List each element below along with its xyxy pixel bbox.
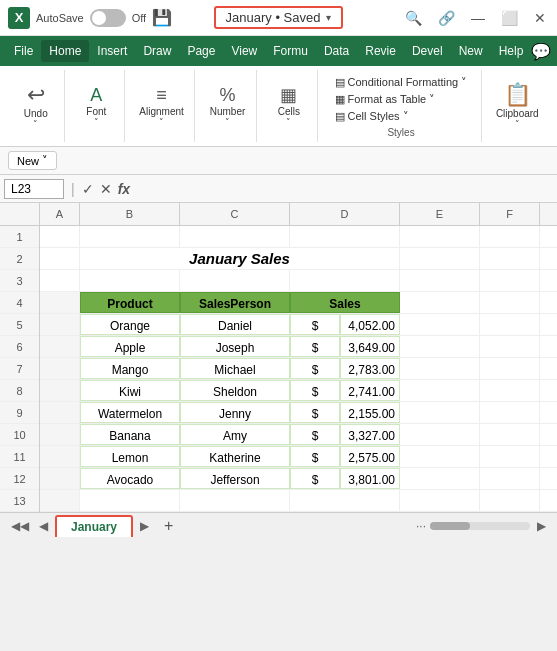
- cell-d1[interactable]: [290, 226, 400, 247]
- scroll-thumb[interactable]: [430, 522, 470, 530]
- menu-file[interactable]: File: [6, 40, 41, 62]
- undo-button[interactable]: ↩ Undo ˅: [14, 81, 58, 132]
- header-salesperson[interactable]: SalesPerson: [180, 292, 290, 313]
- row-header-4[interactable]: 4: [0, 292, 39, 314]
- cell-a3[interactable]: [40, 270, 80, 291]
- cell-a11[interactable]: [40, 446, 80, 467]
- minimize-button[interactable]: —: [468, 10, 488, 26]
- cell-salesperson-11[interactable]: Katherine: [180, 446, 290, 467]
- cell-salesperson-9[interactable]: Jenny: [180, 402, 290, 423]
- cell-c3[interactable]: [180, 270, 290, 291]
- corner-cell[interactable]: [0, 203, 40, 225]
- scroll-right-arrow[interactable]: ▶: [534, 519, 549, 533]
- menu-help[interactable]: Help: [491, 40, 532, 62]
- close-button[interactable]: ✕: [531, 10, 549, 26]
- menu-developer[interactable]: Devel: [404, 40, 451, 62]
- cell-f4[interactable]: [480, 292, 540, 313]
- cells-button[interactable]: ▦ Cells ˅: [267, 83, 311, 130]
- cell-c13[interactable]: [180, 490, 290, 511]
- cell-a5[interactable]: [40, 314, 80, 335]
- cell-product-10[interactable]: Banana: [80, 424, 180, 445]
- col-header-b[interactable]: B: [80, 203, 180, 225]
- menu-formula[interactable]: Formu: [265, 40, 316, 62]
- undo-dropdown[interactable]: ˅: [33, 119, 38, 129]
- cell-currency-5[interactable]: $: [290, 314, 340, 335]
- clipboard-button[interactable]: 📋 Clipboard ˅: [491, 81, 544, 132]
- cell-styles-button[interactable]: ▤ Cell Styles ˅: [330, 108, 473, 125]
- cell-f9[interactable]: [480, 402, 540, 423]
- save-icon[interactable]: 💾: [152, 8, 172, 27]
- add-sheet-button[interactable]: +: [156, 514, 181, 538]
- menu-home[interactable]: Home: [41, 40, 89, 62]
- cell-e12[interactable]: [400, 468, 480, 489]
- col-header-c[interactable]: C: [180, 203, 290, 225]
- row-header-12[interactable]: 12: [0, 468, 39, 490]
- col-header-a[interactable]: A: [40, 203, 80, 225]
- row-header-10[interactable]: 10: [0, 424, 39, 446]
- spreadsheet-title[interactable]: January Sales: [80, 248, 400, 269]
- horizontal-scrollbar[interactable]: [430, 522, 530, 530]
- fx-icon[interactable]: fx: [118, 181, 130, 197]
- row-header-6[interactable]: 6: [0, 336, 39, 358]
- maximize-button[interactable]: ⬜: [498, 10, 521, 26]
- cell-currency-12[interactable]: $: [290, 468, 340, 489]
- cell-a4[interactable]: [40, 292, 80, 313]
- row-header-11[interactable]: 11: [0, 446, 39, 468]
- search-icon[interactable]: 🔍: [402, 10, 425, 26]
- comments-icon[interactable]: 💬: [531, 43, 551, 60]
- cell-currency-6[interactable]: $: [290, 336, 340, 357]
- new-dropdown-arrow[interactable]: ˅: [42, 154, 48, 167]
- alignment-button[interactable]: ≡ Alignment ˅: [134, 83, 188, 130]
- col-header-d[interactable]: D: [290, 203, 400, 225]
- cell-e6[interactable]: [400, 336, 480, 357]
- row-header-3[interactable]: 3: [0, 270, 39, 292]
- cell-b13[interactable]: [80, 490, 180, 511]
- menu-view[interactable]: View: [223, 40, 265, 62]
- format-as-table-button[interactable]: ▦ Format as Table ˅: [330, 91, 473, 108]
- cell-amount-9[interactable]: 2,155.00: [340, 402, 400, 423]
- cell-product-5[interactable]: Orange: [80, 314, 180, 335]
- cell-amount-7[interactable]: 2,783.00: [340, 358, 400, 379]
- cell-product-7[interactable]: Mango: [80, 358, 180, 379]
- cell-f2[interactable]: [480, 248, 540, 269]
- cell-amount-5[interactable]: 4,052.00: [340, 314, 400, 335]
- cell-e13[interactable]: [400, 490, 480, 511]
- cell-f1[interactable]: [480, 226, 540, 247]
- title-box[interactable]: January • Saved ▾: [214, 6, 344, 29]
- cell-amount-12[interactable]: 3,801.00: [340, 468, 400, 489]
- cell-currency-10[interactable]: $: [290, 424, 340, 445]
- cell-product-8[interactable]: Kiwi: [80, 380, 180, 401]
- cell-salesperson-8[interactable]: Sheldon: [180, 380, 290, 401]
- cell-salesperson-10[interactable]: Amy: [180, 424, 290, 445]
- sheet-tab-january[interactable]: January: [55, 515, 133, 537]
- cell-f10[interactable]: [480, 424, 540, 445]
- cell-e11[interactable]: [400, 446, 480, 467]
- conditional-formatting-button[interactable]: ▤ Conditional Formatting ˅: [330, 74, 473, 91]
- cell-a2[interactable]: [40, 248, 80, 269]
- cell-salesperson-7[interactable]: Michael: [180, 358, 290, 379]
- cell-f11[interactable]: [480, 446, 540, 467]
- cell-f3[interactable]: [480, 270, 540, 291]
- cell-a13[interactable]: [40, 490, 80, 511]
- cell-e5[interactable]: [400, 314, 480, 335]
- menu-page[interactable]: Page: [179, 40, 223, 62]
- autosave-toggle[interactable]: [90, 9, 126, 27]
- cell-salesperson-6[interactable]: Joseph: [180, 336, 290, 357]
- row-header-13[interactable]: 13: [0, 490, 39, 512]
- cell-product-11[interactable]: Lemon: [80, 446, 180, 467]
- row-header-8[interactable]: 8: [0, 380, 39, 402]
- cell-amount-11[interactable]: 2,575.00: [340, 446, 400, 467]
- cell-salesperson-5[interactable]: Daniel: [180, 314, 290, 335]
- nav-next-arrow[interactable]: ▶: [137, 519, 152, 533]
- cell-product-12[interactable]: Avocado: [80, 468, 180, 489]
- cell-f13[interactable]: [480, 490, 540, 511]
- cell-f5[interactable]: [480, 314, 540, 335]
- row-header-2[interactable]: 2: [0, 248, 39, 270]
- cell-f8[interactable]: [480, 380, 540, 401]
- cell-e1[interactable]: [400, 226, 480, 247]
- cell-a8[interactable]: [40, 380, 80, 401]
- menu-new[interactable]: New: [451, 40, 491, 62]
- cell-d13[interactable]: [290, 490, 400, 511]
- cell-e9[interactable]: [400, 402, 480, 423]
- title-dropdown-arrow[interactable]: ▾: [326, 12, 331, 23]
